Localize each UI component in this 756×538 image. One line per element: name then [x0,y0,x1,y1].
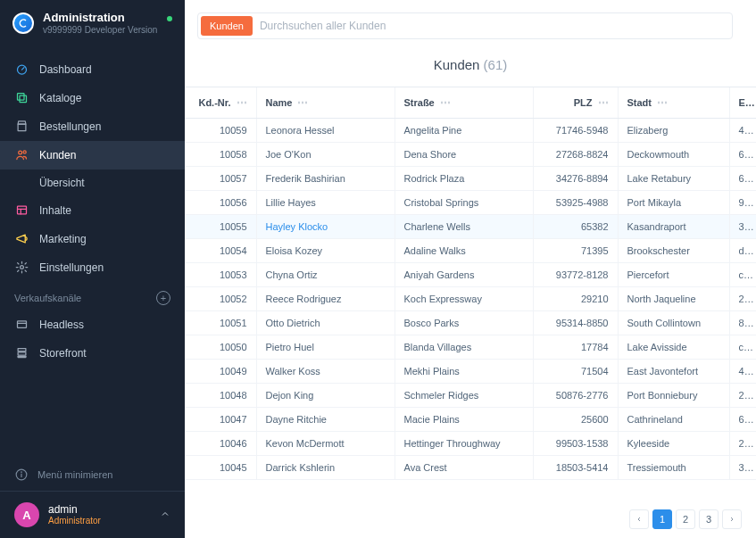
sidebar-item[interactable]: Kunden [0,141,185,170]
table-row[interactable]: 10057Frederik BashirianRodrick Plaza3427… [185,167,756,191]
search-placeholder: Durchsuchen aller Kunden [256,20,386,32]
table-row[interactable]: 10059Leonora HesselAngelita Pine71746-59… [185,119,756,143]
sidebar-item[interactable]: Kataloge [0,84,185,112]
cell-street: Hettinger Throughway [395,432,533,456]
sidebar-item-label: Kataloge [39,92,81,104]
page-button[interactable]: 2 [676,509,695,529]
info-icon [14,468,29,482]
marketing-icon [14,232,29,246]
sales-channels-label: Verkaufskanäle [14,293,81,303]
svg-point-4 [23,151,26,153]
table-row[interactable]: 10051Otto DietrichBosco Parks95314-8850S… [185,311,756,335]
cell-nr: 10050 [185,335,256,360]
col-header-plz[interactable]: PLZ⋯ [533,87,618,119]
table-row[interactable]: 10046Kevon McDermottHettinger Throughway… [185,432,756,456]
cell-name: Joe O'Kon [256,143,395,167]
svg-point-8 [20,266,23,269]
cell-plz: 71395 [533,239,618,263]
col-header-email[interactable]: E-Mail⋯ [729,87,756,119]
brand-subtitle: v9999999 Developer Version [43,25,157,36]
cell-plz: 29210 [533,287,618,311]
sidebar-item[interactable]: Inhalte [0,196,185,225]
table-row[interactable]: 10058Joe O'KonDena Shore27268-8824Deckow… [185,143,756,167]
page-button[interactable]: 1 [652,509,672,529]
search-filter-chip[interactable]: Kunden [201,16,253,36]
sidebar-subitem[interactable]: Übersicht [0,170,185,196]
table-row[interactable]: 10053Chyna OrtizAniyah Gardens93772-8128… [185,263,756,287]
cell-street: Charlene Wells [395,215,533,239]
customers-table: Kd.-Nr.⋯ Name⋯ Straße⋯ PLZ⋯ Stadt⋯ E-Mai… [185,87,756,501]
cell-name: Hayley Klocko [256,215,395,239]
table-row[interactable]: 10056Lillie HayesCristobal Springs53925-… [185,191,756,215]
cell-nr: 10056 [185,191,256,215]
cell-plz: 17784 [533,335,618,360]
svg-rect-12 [18,352,26,355]
cell-street: Cristobal Springs [395,191,533,215]
more-icon[interactable]: ⋯ [652,96,668,109]
searchbar: Kunden Durchsuchen aller Kunden [185,0,756,45]
page-next-button[interactable] [722,509,742,529]
cell-city: Lake Retabury [618,167,729,191]
cell-name: Otto Dietrich [256,311,395,335]
customer-link[interactable]: Hayley Klocko [266,221,328,232]
cell-email: 4c855d956c8d4 [729,119,756,143]
table-row[interactable]: 10054Eloisa KozeyAdaline Walks71395Brook… [185,239,756,263]
cell-nr: 10055 [185,215,256,239]
table-row[interactable]: 10050Pietro HuelBlanda Villages17784Lake… [185,335,756,360]
cell-city: Kasandraport [618,215,729,239]
page-button[interactable]: 3 [699,509,719,529]
sidebar-item-label: Bestellungen [39,120,101,133]
cell-name: Dejon King [256,384,395,408]
sidebar-item-label: Einstellungen [39,261,104,274]
more-icon[interactable]: ⋯ [231,96,247,109]
user-name: admin [48,503,151,516]
more-icon[interactable]: ⋯ [593,96,609,109]
minimise-label: Menü minimieren [37,469,112,480]
add-channel-button[interactable]: + [156,291,170,305]
more-icon[interactable]: ⋯ [292,96,308,109]
table-row[interactable]: 10049Walker KossMekhi Plains71504East Ja… [185,360,756,384]
channel-item[interactable]: Headless [0,310,185,339]
channel-label: Storefront [39,347,87,360]
table-row[interactable]: 10052Reece RodriguezKoch Expressway29210… [185,287,756,311]
cell-email: 32b029b7b73e4 [729,215,756,239]
brand-block: Administration v9999999 Developer Versio… [0,0,185,43]
user-role: Administrator [48,516,151,526]
col-header-name[interactable]: Name⋯ [256,87,395,119]
col-header-street[interactable]: Straße⋯ [395,87,533,119]
cell-plz: 27268-8824 [533,143,618,167]
cell-nr: 10059 [185,119,256,143]
cell-nr: 10054 [185,239,256,263]
user-block[interactable]: A admin Administrator [0,491,185,538]
col-header-city[interactable]: Stadt⋯ [618,87,729,119]
sidebar-item[interactable]: Marketing [0,225,185,253]
table-row[interactable]: 10055Hayley KlockoCharlene Wells65382Kas… [185,215,756,239]
sidebar-item[interactable]: Dashboard [0,55,185,84]
more-icon[interactable]: ⋯ [435,96,451,109]
main-content: Kunden Durchsuchen aller Kunden Kunden (… [185,0,756,538]
cell-email: 9aaae41f0d5b4 [729,191,756,215]
page-prev-button[interactable] [629,509,649,529]
cell-street: Aniyah Gardens [395,263,533,287]
headless-icon [14,318,29,332]
cell-plz: 65382 [533,215,618,239]
cell-nr: 10053 [185,263,256,287]
sidebar-item-label: Marketing [39,233,87,245]
svg-point-16 [21,472,22,473]
cell-email: 2789e818ab7c4 [729,384,756,408]
sidebar-item[interactable]: Einstellungen [0,253,185,282]
col-header-nr[interactable]: Kd.-Nr.⋯ [185,87,256,119]
table-row[interactable]: 10047Dayne RitchieMacie Plains25600Cathr… [185,408,756,432]
sidebar-item[interactable]: Bestellungen [0,112,185,141]
sidebar-item-label: Inhalte [39,204,71,217]
search-input[interactable]: Kunden Durchsuchen aller Kunden [197,12,733,39]
channel-item[interactable]: Storefront [0,339,185,368]
cell-plz: 25600 [533,408,618,432]
cell-street: Mekhi Plains [395,360,533,384]
cell-city: Kyleeside [618,432,729,456]
table-row[interactable]: 10045Darrick KshlerinAva Crest18503-5414… [185,456,756,480]
minimise-menu-button[interactable]: Menü minimieren [0,459,185,491]
cell-city: Lake Avisside [618,335,729,360]
dashboard-icon [14,62,29,77]
table-row[interactable]: 10048Dejon KingSchmeler Ridges50876-2776… [185,384,756,408]
